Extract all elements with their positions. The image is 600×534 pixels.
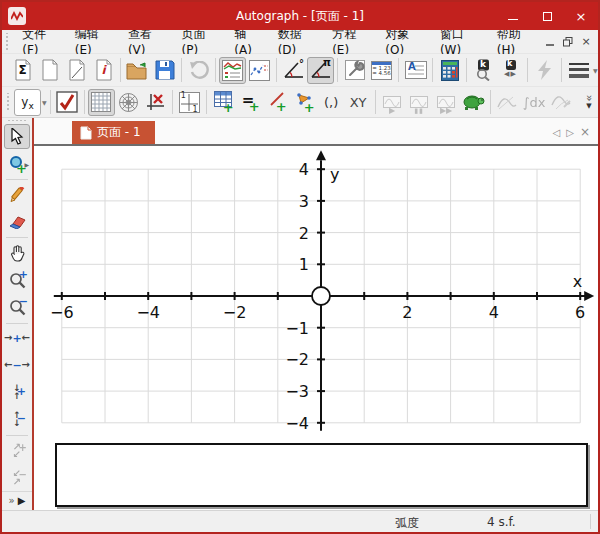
coord-pair-button[interactable]: (,) xyxy=(318,89,345,116)
arrow-right-icon: → xyxy=(22,360,30,370)
graph-canvas[interactable]: −6−4−22464321−1−2−3−4xy xyxy=(34,144,598,510)
mdi-minimize-button[interactable] xyxy=(542,34,558,50)
sidebar-expand-button[interactable]: » xyxy=(9,495,15,506)
results-box[interactable] xyxy=(55,443,588,507)
play-glyph: ▶ xyxy=(389,107,395,115)
angle-radians-button[interactable]: π xyxy=(307,57,334,84)
workspace: + ▶ + − →+← xyxy=(2,118,598,510)
separator xyxy=(527,58,528,82)
replay-pause-button[interactable]: ▮▮ xyxy=(406,89,433,116)
eraser-tool[interactable] xyxy=(4,209,30,234)
add-table-button[interactable]: + xyxy=(210,89,237,116)
constant-controller-button[interactable]: k ◀▶ xyxy=(497,57,524,84)
plus-glyph: + xyxy=(17,386,26,397)
menubar-grip[interactable] xyxy=(5,33,9,51)
arrow-left-icon: ← xyxy=(22,333,30,343)
svg-text:−1: −1 xyxy=(285,319,309,338)
aspect-one-top: 1 xyxy=(181,92,186,100)
axes-variables-button[interactable]: yx xyxy=(14,89,41,116)
save-button[interactable] xyxy=(151,57,178,84)
stats-page-button[interactable]: Σ xyxy=(9,57,36,84)
plus-glyph: + xyxy=(304,101,315,114)
chart-settings-button[interactable] xyxy=(219,57,246,84)
window-controls: × xyxy=(496,2,598,30)
angle-mode-status: 弧度 xyxy=(395,515,419,532)
zoom-xy-in-tool[interactable]: ↗↙ + xyxy=(4,438,30,463)
zoom-x-out-tool[interactable]: ←−→ xyxy=(4,353,30,378)
area-function-button[interactable] xyxy=(548,89,575,116)
mdi-restore-button[interactable] xyxy=(560,34,576,50)
toolbar2-overflow-button[interactable]: » ▼ xyxy=(581,94,597,110)
zoom-xy-out-tool[interactable]: ↙↗ − xyxy=(4,465,30,490)
calculator-button[interactable] xyxy=(436,57,463,84)
integral-function-button[interactable]: ∫dx xyxy=(521,89,548,116)
axes-variables-dropdown[interactable]: ▼ xyxy=(42,99,47,106)
title-bar[interactable]: Autograph - [页面 - 1] × xyxy=(2,2,598,30)
add-point-tool[interactable]: + ▶ xyxy=(4,151,30,176)
gradient-function-button[interactable] xyxy=(494,89,521,116)
sidebar-play-button[interactable]: ▶ xyxy=(18,495,26,506)
plus-glyph: + xyxy=(249,100,260,113)
constant-lookup-button[interactable]: k xyxy=(470,57,497,84)
separator xyxy=(490,90,491,114)
add-line-button[interactable]: + xyxy=(264,89,291,116)
separator xyxy=(375,90,376,114)
zoom-out-tool[interactable]: − xyxy=(4,295,30,320)
tab-close-button[interactable]: × xyxy=(580,125,590,139)
grid-toggle-button[interactable] xyxy=(88,89,115,116)
svg-text:−2: −2 xyxy=(285,350,309,369)
status-separator xyxy=(590,514,591,529)
text-label-button[interactable]: A xyxy=(402,57,429,84)
ffwd-glyph: ▶▶ xyxy=(440,107,452,115)
mdi-close-button[interactable]: × xyxy=(578,34,594,50)
plus-glyph: + xyxy=(19,269,28,280)
k-glyph: k xyxy=(480,60,486,69)
info-page-button[interactable]: i xyxy=(90,57,117,84)
open-file-button[interactable] xyxy=(124,57,151,84)
overflow-chevron-icon: » xyxy=(585,95,593,102)
tab-next-button[interactable]: ▷ xyxy=(566,127,574,138)
line-style-button[interactable] xyxy=(565,57,592,84)
separator xyxy=(398,58,399,82)
mode-toolbar: + ▶ + − →+← xyxy=(2,118,32,510)
zoom-y-in-tool[interactable]: ↓↑ + xyxy=(4,380,30,405)
xy-data-button[interactable]: XY xyxy=(345,89,372,116)
fast-plot-button[interactable] xyxy=(531,57,558,84)
zoom-x-in-tool[interactable]: →+← xyxy=(4,326,30,351)
scribble-tool[interactable] xyxy=(4,182,30,207)
tab-bar: 页面 - 1 ◁ ▷ × xyxy=(34,118,598,144)
tab-prev-button[interactable]: ◁ xyxy=(553,127,561,138)
number-format-button[interactable]: = 1.23= 4.56 xyxy=(368,57,395,84)
xy-glyph: XY xyxy=(350,95,367,110)
new-page-button[interactable] xyxy=(36,57,63,84)
settings-wrench-button[interactable] xyxy=(341,57,368,84)
main-toolbar: Σ i ° xyxy=(2,54,598,87)
svg-text:4: 4 xyxy=(299,160,309,179)
select-tool[interactable] xyxy=(4,124,30,149)
close-button[interactable]: × xyxy=(564,2,598,30)
equal-aspect-button[interactable]: 1 1 xyxy=(176,89,203,116)
add-shape-button[interactable]: + xyxy=(291,89,318,116)
plus-glyph: + xyxy=(223,101,234,114)
angle-degrees-button[interactable]: ° xyxy=(280,57,307,84)
minimize-button[interactable] xyxy=(496,2,530,30)
separator xyxy=(432,58,433,82)
maximize-button[interactable] xyxy=(530,2,564,30)
zoom-y-out-tool[interactable]: ↑↓ − xyxy=(4,407,30,432)
tab-page-1[interactable]: 页面 - 1 xyxy=(72,121,155,144)
toolbar2-grip[interactable] xyxy=(5,93,10,111)
sidebar-grip[interactable] xyxy=(8,120,26,121)
undo-button[interactable] xyxy=(185,57,212,84)
polar-grid-button[interactable] xyxy=(115,89,142,116)
edit-axes-checkbox[interactable] xyxy=(54,89,81,116)
replay-ffwd-button[interactable]: ▶▶ xyxy=(433,89,460,116)
hide-axes-button[interactable] xyxy=(142,89,169,116)
drag-tool[interactable] xyxy=(4,241,30,266)
graph-page-button[interactable] xyxy=(63,57,90,84)
zoom-in-tool[interactable]: + xyxy=(4,268,30,293)
data-chart-button[interactable] xyxy=(246,57,273,84)
slow-plot-button[interactable] xyxy=(460,89,487,116)
replay-play-button[interactable]: ▶ xyxy=(379,89,406,116)
add-equation-button[interactable]: = + xyxy=(237,89,264,116)
page-toolbar: yx ▼ 1 1 + = + xyxy=(2,87,598,118)
